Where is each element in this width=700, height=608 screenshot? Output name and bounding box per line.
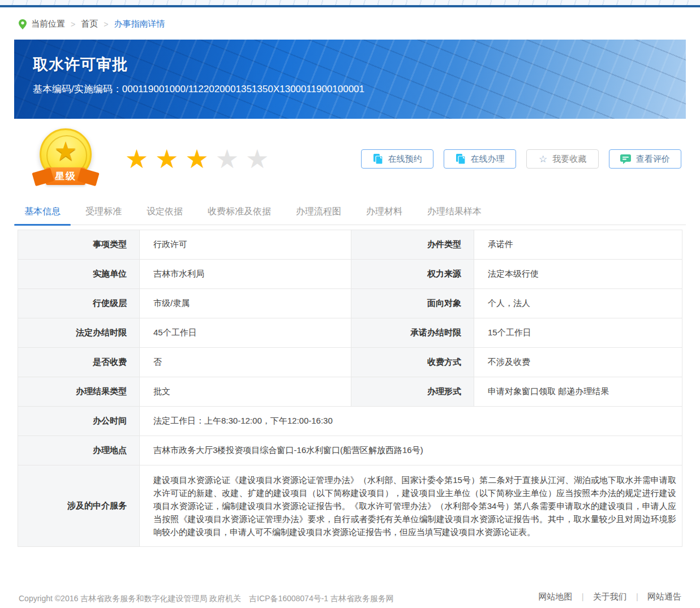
star-empty-icon: ★ [216,144,239,174]
favorite-button[interactable]: ☆ 我要收藏 [526,149,599,169]
online-reserve-button[interactable]: 在线预约 [361,149,433,169]
table-row: 实施单位 吉林市水利局 权力来源 法定本级行使 [18,260,682,289]
field-value: 批文 [140,377,351,407]
field-value: 法定工作日：上午8:30-12:00，下午12:00-16:30 [140,407,682,436]
field-label: 法定办结时限 [18,318,140,348]
field-value: 不涉及收费 [474,348,682,377]
table-row: 办公时间 法定工作日：上午8:30-12:00，下午12:00-16:30 [18,407,682,436]
footer-link-separator: | [636,592,638,601]
field-value: 建设项目水资源论证《建设项目水资源论证管理办法》（水利部、国家计委令第15号）第… [140,465,682,547]
field-label: 事项类型 [18,230,140,260]
tab-bar: 基本信息 受理标准 设定依据 收费标准及依据 办理流程图 办理材料 办理结果样本 [14,201,686,225]
table-row: 涉及的中介服务 建设项目水资源论证《建设项目水资源论证管理办法》（水利部、国家计… [18,465,682,547]
table-row: 办理地点 吉林市政务大厅3楼投资项目综合窗口-16水利窗口(船营区解放西路16号… [18,436,682,465]
field-label: 权力来源 [351,260,474,289]
view-review-button[interactable]: 查看评价 [609,149,681,169]
rating-actions-row: ★ 星级 ★★★★★ 在线预约 在线办理 ☆ 我要收藏 [14,128,686,190]
tab-setting-basis[interactable]: 设定依据 [141,201,188,225]
field-label: 办理形式 [351,377,474,407]
tab-basic-info[interactable]: 基本信息 [19,201,66,225]
tab-result-sample[interactable]: 办理结果样本 [422,201,487,225]
basic-info-table: 事项类型 行政许可 办件类型 承诺件 实施单位 吉林市水利局 权力来源 法定本级… [18,230,682,547]
footer-link-site-notice[interactable]: 网站通告 [647,592,681,601]
tab-acceptance-standard[interactable]: 受理标准 [80,201,127,225]
star-filled-icon: ★ [125,144,148,174]
favorite-label: 我要收藏 [552,154,586,165]
field-label: 面向对象 [351,289,474,318]
field-label: 行使级层 [18,289,140,318]
tab-process-chart[interactable]: 办理流程图 [290,201,347,225]
field-value: 法定本级行使 [474,260,682,289]
location-pin-icon [19,19,27,29]
document-icon [456,154,466,164]
star-filled-icon: ★ [155,144,178,174]
field-label: 办件类型 [351,230,474,260]
field-value: 承诺件 [474,230,682,260]
breadcrumb: 当前位置 > 首页 > 办事指南详情 [14,7,686,40]
page-footer: Copyright ©2016 吉林省政务服务和数字化建设管理局 政府机关 吉I… [14,590,686,608]
service-code-value: 000119001000/1122020001351350X1300011900… [122,84,364,94]
online-reserve-label: 在线预约 [388,154,422,165]
field-label: 是否收费 [18,348,140,377]
field-value: 行政许可 [140,230,351,260]
field-value: 吉林市水利局 [140,260,351,289]
action-buttons: 在线预约 在线办理 ☆ 我要收藏 查看评价 [361,149,686,169]
document-icon [373,154,383,164]
field-value: 吉林市政务大厅3楼投资项目综合窗口-16水利窗口(船营区解放西路16号) [140,436,682,465]
star-outline-icon: ☆ [539,154,547,164]
field-value: 否 [140,348,351,377]
online-handle-label: 在线办理 [471,154,505,165]
field-value: 45个工作日 [140,318,351,348]
table-row: 事项类型 行政许可 办件类型 承诺件 [18,230,682,260]
table-row: 办理结果类型 批文 办理形式 申请对象窗口领取 邮递办理结果 [18,377,682,407]
tab-fee-standard[interactable]: 收费标准及依据 [202,201,277,225]
copyright-text: Copyright ©2016 吉林省政务服务和数字化建设管理局 政府机关 吉I… [19,590,394,607]
service-code-label: 基本编码/实施编码： [33,84,122,94]
page-title: 取水许可审批 [14,40,686,75]
breadcrumb-separator: > [104,20,108,29]
field-value: 15个工作日 [474,318,682,348]
badge-ribbon-label: 星级 [46,167,85,185]
footer-link-sitemap[interactable]: 网站地图 [539,592,573,601]
view-review-label: 查看评价 [636,154,670,165]
field-label: 涉及的中介服务 [18,465,140,547]
star-rating: ★★★★★ [125,146,276,172]
field-label: 办理结果类型 [18,377,140,407]
breadcrumb-location-label: 当前位置 [31,19,65,29]
field-value: 市级/隶属 [140,289,351,318]
footer-link-about-us[interactable]: 关于我们 [593,592,627,601]
field-value: 个人，法人 [474,289,682,318]
service-banner: 取水许可审批 基本编码/实施编码：000119001000/1122020001… [14,40,686,119]
tab-materials[interactable]: 办理材料 [360,201,408,225]
breadcrumb-separator: > [71,20,75,29]
service-code-line: 基本编码/实施编码：000119001000/1122020001351350X… [14,75,686,96]
field-label: 实施单位 [18,260,140,289]
table-row: 是否收费 否 收费方式 不涉及收费 [18,348,682,377]
field-label: 收费方式 [351,348,474,377]
top-decoration-strip [0,0,700,5]
table-row: 法定办结时限 45个工作日 承诺办结时限 15个工作日 [18,318,682,348]
table-row: 行使级层 市级/隶属 面向对象 个人，法人 [18,289,682,318]
breadcrumb-home[interactable]: 首页 [81,19,98,29]
footer-link-separator: | [582,592,584,601]
online-handle-button[interactable]: 在线办理 [444,149,516,169]
star-level-badge: ★ 星级 [29,128,102,189]
breadcrumb-guide-detail: 办事指南详情 [114,19,165,29]
field-label: 承诺办结时限 [351,318,474,348]
chat-icon [620,154,631,164]
field-label: 办理地点 [18,436,140,465]
field-value: 申请对象窗口领取 邮递办理结果 [474,377,682,407]
star-filled-icon: ★ [186,144,209,174]
medal-star-icon: ★ [41,138,90,164]
star-empty-icon: ★ [246,144,269,174]
field-label: 办公时间 [18,407,140,436]
